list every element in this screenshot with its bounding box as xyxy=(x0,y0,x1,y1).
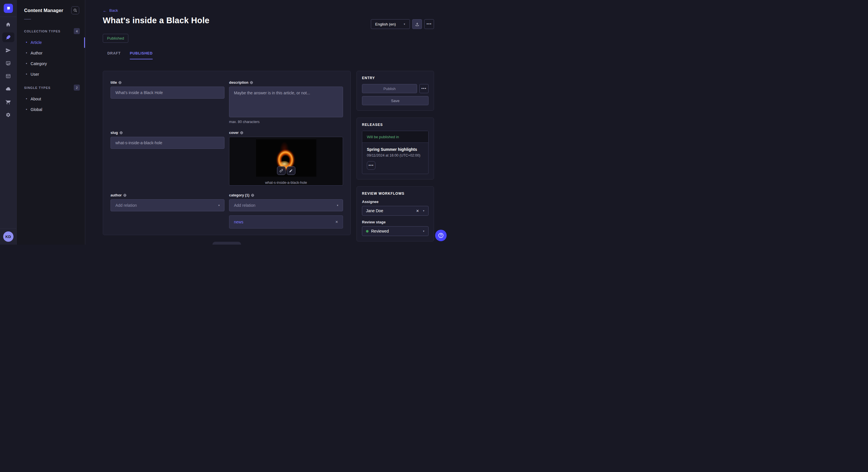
locale-value: English (en) xyxy=(375,22,396,26)
right-sidebar: ENTRY Publish ••• Save RELEASES Will be … xyxy=(356,71,434,241)
bullet-icon: • xyxy=(26,97,27,101)
field-author: author Add relation ▼ xyxy=(111,193,224,229)
search-button[interactable] xyxy=(71,6,79,14)
bullet-icon: • xyxy=(26,40,27,44)
edit-cover-button[interactable] xyxy=(287,166,296,175)
nav-releases[interactable] xyxy=(2,45,14,55)
description-field-label: description xyxy=(229,80,248,85)
sidebar-item-label: Article xyxy=(31,40,42,45)
nav-marketplace[interactable] xyxy=(2,97,14,107)
tab-draft[interactable]: DRAFT xyxy=(103,51,125,59)
copy-link-button[interactable] xyxy=(277,166,286,175)
description-textarea[interactable]: Maybe the answer is in this article, or … xyxy=(229,87,343,117)
tab-published[interactable]: PUBLISHED xyxy=(125,51,157,59)
clear-assignee-icon[interactable]: ✕ xyxy=(416,209,419,213)
globe-icon xyxy=(250,81,253,84)
layout-icon xyxy=(5,73,11,79)
sidebar-title: Content Manager xyxy=(24,8,63,13)
release-more-button[interactable]: ••• xyxy=(367,161,375,170)
globe-icon xyxy=(123,194,127,197)
sidebar-item-label: User xyxy=(31,72,39,76)
assignee-label: Assignee xyxy=(362,200,429,204)
rail-divider xyxy=(0,16,17,17)
cloud-icon xyxy=(5,86,11,92)
back-label: Back xyxy=(110,8,118,12)
sidebar-divider xyxy=(24,19,31,20)
status-badge: Published xyxy=(103,34,128,43)
release-name: Spring Summer highlights xyxy=(367,147,424,152)
strapi-logo-icon xyxy=(6,6,11,11)
relation-item-news: news ✕ xyxy=(229,215,343,229)
strapi-logo[interactable] xyxy=(4,4,13,13)
rail-divider-bottom xyxy=(0,228,17,229)
sidebar-item-label: Global xyxy=(31,107,42,112)
nav-media-library[interactable] xyxy=(2,58,14,68)
chevron-down-icon: ▼ xyxy=(218,204,220,207)
more-actions-button[interactable]: ••• xyxy=(424,19,434,29)
review-panel-title: REVIEW WORKFLOWS xyxy=(362,192,429,196)
author-field-label: author xyxy=(111,193,122,197)
save-button[interactable]: Save xyxy=(362,96,429,105)
cover-media-card[interactable]: what-s-inside-a-black-hole xyxy=(229,137,343,186)
title-input[interactable]: What's inside a Black Hole xyxy=(111,87,224,99)
single-types-section: SINGLE TYPES 2 • About • Global xyxy=(17,85,85,115)
category-field-label: category (1) xyxy=(229,193,249,197)
chevron-down-icon: ▼ xyxy=(403,23,406,26)
media-library-icon xyxy=(5,61,11,66)
field-title: title What's inside a Black Hole xyxy=(111,80,224,131)
sidebar-item-label: Author xyxy=(31,51,42,55)
page-title: What's inside a Black Hole xyxy=(103,16,209,25)
main-nav-rail: KD xyxy=(0,0,17,245)
paper-plane-icon xyxy=(5,47,11,53)
entry-panel: ENTRY Publish ••• Save xyxy=(356,71,434,111)
help-button[interactable] xyxy=(435,230,446,241)
sidebar-item-global[interactable]: • Global xyxy=(17,104,85,115)
home-icon xyxy=(5,22,11,27)
cover-filename: what-s-inside-a-black-hole xyxy=(265,181,307,185)
nav-home[interactable] xyxy=(2,20,14,29)
relation-link[interactable]: news xyxy=(234,220,243,224)
sidebar-item-author[interactable]: • Author xyxy=(17,47,85,58)
release-date: 09/11/2024 at 16:00 (UTC+02:00) xyxy=(367,154,424,158)
sidebar-item-label: About xyxy=(31,97,41,101)
back-link[interactable]: ← Back xyxy=(103,8,118,13)
entry-more-button[interactable]: ••• xyxy=(420,84,429,93)
sidebar-item-category[interactable]: • Category xyxy=(17,58,85,69)
nav-deploy[interactable] xyxy=(2,84,14,94)
releases-panel: RELEASES Will be published in Spring Sum… xyxy=(356,117,434,179)
field-category: category (1) Add relation ▼ news ✕ xyxy=(229,193,343,229)
remove-relation-icon[interactable]: ✕ xyxy=(335,220,338,224)
dynamic-zone-add-button-partial[interactable] xyxy=(212,242,241,245)
collection-types-count: 4 xyxy=(74,28,80,34)
title-field-label: title xyxy=(111,80,117,85)
assignee-select[interactable]: Jane Doe ✕ ▼ xyxy=(362,206,429,216)
locale-select[interactable]: English (en) ▼ xyxy=(371,19,410,29)
globe-icon xyxy=(251,194,254,197)
category-relation-select[interactable]: Add relation ▼ xyxy=(229,199,343,211)
publish-button[interactable]: Publish xyxy=(362,84,417,93)
review-stage-select[interactable]: Reviewed ▼ xyxy=(362,226,429,236)
sidebar-item-about[interactable]: • About xyxy=(17,94,85,104)
bullet-icon: • xyxy=(26,61,27,66)
sidebar-item-user[interactable]: • User xyxy=(17,69,85,79)
release-card: Will be published in Spring Summer highl… xyxy=(362,131,429,174)
release-status: Will be published in xyxy=(362,131,428,143)
main-content: ← Back What's inside a Black Hole Englis… xyxy=(85,0,450,245)
globe-icon xyxy=(240,131,243,134)
nav-content-type-builder[interactable] xyxy=(2,71,14,81)
pencil-icon xyxy=(289,169,293,173)
sidebar-item-article[interactable]: • Article xyxy=(17,37,85,47)
cover-field-label: cover xyxy=(229,131,239,135)
chevron-down-icon: ▼ xyxy=(423,230,425,233)
author-relation-select[interactable]: Add relation ▼ xyxy=(111,199,224,211)
slug-input[interactable]: what-s-inside-a-black-hole xyxy=(111,137,224,149)
link-icon xyxy=(279,169,283,173)
nav-content-manager[interactable] xyxy=(2,32,14,42)
user-avatar[interactable]: KD xyxy=(3,231,13,242)
download-button[interactable] xyxy=(412,19,422,29)
bullet-icon: • xyxy=(26,72,27,76)
review-workflows-panel: REVIEW WORKFLOWS Assignee Jane Doe ✕ ▼ R… xyxy=(356,187,434,241)
download-icon xyxy=(415,22,420,26)
field-slug: slug what-s-inside-a-black-hole xyxy=(111,131,224,193)
nav-settings[interactable] xyxy=(2,110,14,120)
